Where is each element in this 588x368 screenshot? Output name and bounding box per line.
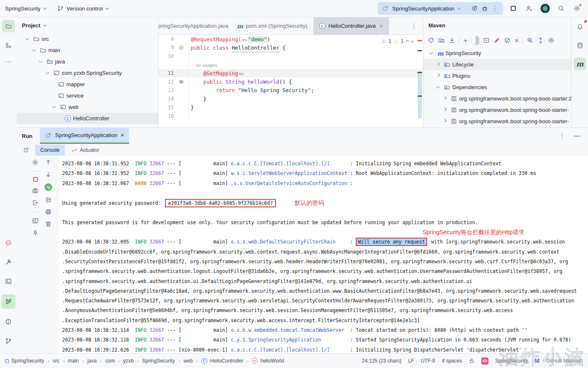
console-output[interactable]: 2023-08-08 16:38:31.952 INFO 32667 --- [… xyxy=(59,156,588,353)
ss-plugin-badge[interactable]: SS xyxy=(481,357,488,365)
clear-all-button[interactable] xyxy=(45,221,52,228)
stop-process-button[interactable] xyxy=(33,177,38,182)
reload-sources-button[interactable] xyxy=(438,37,445,44)
console-tab-console[interactable]: Console xyxy=(35,145,65,156)
chevron-right-icon[interactable] xyxy=(441,98,449,99)
code-line-9[interactable]: 9public class HelloController { xyxy=(159,43,423,52)
chevron-down-icon[interactable] xyxy=(434,87,442,88)
detach-button[interactable]: × xyxy=(514,37,519,44)
breadcrumb-item-yzxb[interactable]: yzxb xyxy=(123,358,134,364)
notifications-button[interactable] xyxy=(574,21,586,33)
status-item[interactable]: 4 spaces xyxy=(442,358,462,364)
chevron-down-icon[interactable] xyxy=(24,38,31,40)
maven-tree-item[interactable]: Lifecycle xyxy=(423,59,571,70)
code-line-12[interactable]: 12 public String helloWorld() { xyxy=(159,77,423,86)
stripe-mark[interactable] xyxy=(417,95,422,97)
rerun-application-button[interactable] xyxy=(23,147,29,154)
scroll-down-button[interactable] xyxy=(45,171,52,178)
code-line-11[interactable]: 11 @GetMapping⊕∨ xyxy=(159,69,423,77)
code-line-13[interactable]: 13 return "Hello Spring Security"; xyxy=(159,86,423,95)
breadcrumb-item-com[interactable]: com xyxy=(105,358,115,364)
material-theme-icon[interactable]: M xyxy=(535,357,540,364)
chevron-right-icon[interactable] xyxy=(441,109,449,111)
expand-all-button[interactable] xyxy=(537,37,544,44)
exit-button[interactable] xyxy=(32,199,39,206)
reload-maven-button[interactable] xyxy=(428,37,434,44)
status-item[interactable]: LF xyxy=(408,358,414,364)
run-panel-options-button[interactable]: ⋮ xyxy=(559,132,565,139)
code-line-15[interactable]: 15} xyxy=(159,103,423,111)
database-toolwindow-button[interactable] xyxy=(574,39,586,52)
run-tab[interactable]: SpringSecurityApplication × xyxy=(40,128,129,144)
console-settings-button[interactable] xyxy=(32,159,39,166)
project-tree-item-HelloController[interactable]: CHelloController xyxy=(17,113,158,124)
project-tree-item-src[interactable]: src xyxy=(17,33,158,45)
url-inlay-icon[interactable]: ⊕∨ xyxy=(241,37,248,42)
project-tree-item-web[interactable]: web xyxy=(17,101,158,113)
breadcrumb-item-HelloController[interactable]: CHelloController xyxy=(201,358,243,364)
breadcrumb-item-src[interactable]: src xyxy=(52,358,59,364)
breadcrumb-item-web[interactable]: web xyxy=(184,358,193,364)
skip-tests-button[interactable] xyxy=(494,37,500,44)
code-line-10[interactable]: 10 xyxy=(159,52,423,61)
status-project-label[interactable]: SpringSecurity xyxy=(495,358,528,364)
code-line-16[interactable]: 16 xyxy=(159,112,423,120)
search-goal-button[interactable] xyxy=(527,37,533,44)
git-toolwindow-button[interactable] xyxy=(2,335,15,347)
project-tree-item-mapper[interactable]: mapper xyxy=(17,79,158,90)
stop-button[interactable] xyxy=(507,3,519,14)
lock-icon[interactable] xyxy=(469,358,475,364)
settings-button[interactable] xyxy=(571,3,583,14)
project-toolwindow-button[interactable] xyxy=(2,20,15,32)
thread-dump-button[interactable] xyxy=(32,187,39,194)
maven-tree-item[interactable]: mSpringSecurity xyxy=(423,48,571,59)
project-tree-item-java[interactable]: java xyxy=(17,56,158,67)
problems-toolwindow-button[interactable] xyxy=(2,315,15,328)
print-button[interactable] xyxy=(45,209,52,215)
search-everywhere-button[interactable] xyxy=(555,3,567,14)
maven-tree-item[interactable]: org.springframework.boot:spring-boot-sta… xyxy=(423,104,571,116)
chevron-down-icon[interactable] xyxy=(428,53,435,54)
rerun-button[interactable] xyxy=(471,5,478,12)
structure-toolwindow-button[interactable] xyxy=(2,39,15,52)
run-anything-button[interactable] xyxy=(483,37,490,44)
project-widget[interactable]: SpringSecurity xyxy=(5,5,46,12)
code-line-inlay[interactable]: no usages xyxy=(159,61,423,69)
maven-toolwindow-button[interactable]: m xyxy=(574,58,586,70)
project-tree-item-service[interactable]: service xyxy=(17,90,158,101)
terminal-toolwindow-button[interactable] xyxy=(2,275,15,288)
chevron-down-icon[interactable] xyxy=(50,106,58,108)
stripe-mark[interactable] xyxy=(417,72,422,73)
endpoint-icon[interactable] xyxy=(174,79,189,85)
pin-tab-button[interactable] xyxy=(32,230,39,236)
next-problem-button[interactable] xyxy=(411,39,414,42)
chevron-down-icon[interactable] xyxy=(37,61,45,62)
soft-wrap-button[interactable] xyxy=(45,183,52,191)
add-maven-project-button[interactable]: + xyxy=(463,37,467,44)
url-inlay-icon[interactable]: ⊕∨ xyxy=(238,71,245,76)
chevron-right-icon[interactable] xyxy=(434,64,442,65)
maven-tree-item[interactable]: Plugins xyxy=(423,70,571,82)
inspection-widget[interactable]: ⚠ 1 ⚠ 1 xyxy=(381,38,414,44)
chevron-right-icon[interactable] xyxy=(441,121,449,122)
vcs-widget[interactable]: Version control xyxy=(57,5,108,12)
maven-settings-button[interactable] xyxy=(548,37,554,44)
error-stripe-mark[interactable] xyxy=(417,40,422,41)
maven-tree-item[interactable]: org.springframework.boot:spring-boot-sta… xyxy=(423,93,571,104)
editor-scrollbar[interactable] xyxy=(418,71,422,118)
chevron-right-icon[interactable] xyxy=(434,75,442,77)
maven-tree-item[interactable]: org.springframework.boot:spring-boot-sta… xyxy=(423,116,571,127)
code-area[interactable]: ⚠ 1 ⚠ 1 8@RequestMapping(⊕∨"demo")9publi xyxy=(159,35,423,127)
problems-wave-toolwindow-button[interactable] xyxy=(2,236,15,249)
close-icon[interactable]: × xyxy=(380,23,383,29)
minimize-button[interactable]: — xyxy=(574,132,580,139)
breadcrumb-item-main[interactable]: main xyxy=(68,358,79,364)
maven-tree-item[interactable]: Dependencies xyxy=(423,82,571,93)
editor-tabs-more-button[interactable]: ⋮ xyxy=(405,17,423,34)
scroll-to-end-button[interactable] xyxy=(45,196,52,203)
code-with-me-button[interactable] xyxy=(523,3,535,14)
editor-tab-pom-xml-SpringSecurity-[interactable]: mpom.xml (SpringSecurity) xyxy=(231,17,313,34)
layout-settings-button[interactable] xyxy=(32,217,39,224)
mute-button[interactable] xyxy=(504,37,511,44)
prev-problem-button[interactable] xyxy=(406,40,409,43)
